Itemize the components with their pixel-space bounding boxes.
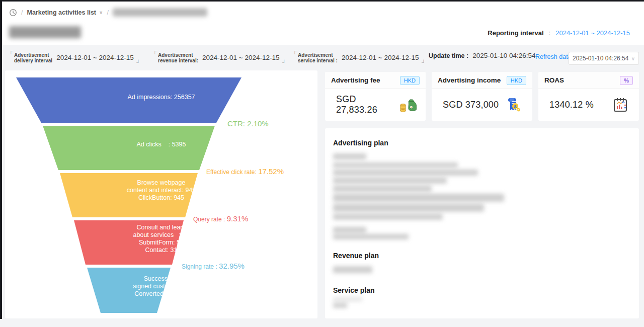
funnel-chart-card: Ad impressions: 256357 Ad clicks : 5395 … xyxy=(5,70,317,318)
redacted-text xyxy=(333,297,362,301)
redacted-text xyxy=(333,170,478,176)
advertising-plan-title: Advertising plan xyxy=(333,139,388,147)
conversion-signing-rate: Signing rate : 32.95% xyxy=(182,262,245,271)
advertising-income-value: SGD 373,000 xyxy=(443,100,499,110)
redacted-text xyxy=(333,186,432,192)
conversion-ctr: CTR: 2.10% xyxy=(227,119,269,128)
roas-value: 1340.12 % xyxy=(549,100,594,110)
redacted-text xyxy=(333,227,366,233)
chevron-down-icon[interactable]: ∨ xyxy=(99,10,103,15)
breadcrumb: / Marketing activities list ∨ / xyxy=(9,8,207,17)
funnel-stage-signed[interactable] xyxy=(87,268,171,313)
reporting-interval-value[interactable]: 2024-12-01 ~ 2024-12-15 xyxy=(555,29,630,37)
breadcrumb-separator: / xyxy=(21,9,23,16)
receipt-icon: $ xyxy=(504,95,523,114)
advertising-fee-title: Advertising fee xyxy=(331,76,380,84)
redacted-text xyxy=(333,194,504,202)
redacted-text xyxy=(333,204,484,212)
redacted-text xyxy=(333,162,458,168)
funnel-stage-ad-impressions[interactable] xyxy=(16,77,242,123)
advertisement-revenue-interval: 「 Advertisementrevenue interval: 2024-12… xyxy=(151,51,288,63)
roas-title: ROAS xyxy=(544,76,564,84)
advertising-fee-card: Advertising fee HKD SGD 27,833.26 xyxy=(325,72,426,121)
funnel-stage-ad-clicks[interactable] xyxy=(43,126,215,170)
header-band: / Marketing activities list ∨ / Reportin… xyxy=(2,2,644,45)
breadcrumb-separator: / xyxy=(107,9,108,16)
conversion-query-rate: Query rate : 9.31% xyxy=(193,214,248,223)
window-frame-left xyxy=(0,0,2,319)
funnel-stage-browse-webpage[interactable] xyxy=(60,173,198,217)
report-chart-icon xyxy=(611,95,630,114)
redacted-text xyxy=(333,214,443,220)
update-time-select-value: 2025-01-10 04:26:54 xyxy=(573,55,628,62)
revenue-plan-title: Revenue plan xyxy=(333,252,379,260)
update-time-select[interactable]: 2025-01-10 04:26:54 ∨ xyxy=(569,52,639,65)
conversion-effective-click-rate: Effective click rate: 17.52% xyxy=(206,167,284,176)
service-plan-title: Service plan xyxy=(333,286,375,294)
advertising-income-card: Advertising income HKD SGD 373,000 $ xyxy=(432,72,532,121)
reporting-interval-label: Reporting interval xyxy=(488,29,543,37)
reporting-interval: Reporting interval : 2024-12-01 ~ 2024-1… xyxy=(488,29,630,37)
clock-icon xyxy=(9,9,17,17)
page-title-redacted xyxy=(9,26,81,38)
currency-badge: HKD xyxy=(507,76,526,85)
plans-card: Advertising plan Revenue plan Service pl… xyxy=(325,128,639,318)
funnel-chart xyxy=(5,70,317,318)
currency-badge: HKD xyxy=(400,76,420,85)
advertising-income-title: Advertising income xyxy=(438,76,501,84)
roas-card: ROAS % 1340.12 % xyxy=(538,72,639,121)
redacted-text xyxy=(333,234,409,239)
advertising-fee-value: SGD 27,833.26 xyxy=(336,94,397,115)
breadcrumb-item-marketing-activities[interactable]: Marketing activities list xyxy=(27,9,96,16)
svg-text:$: $ xyxy=(514,104,516,109)
window-frame-top xyxy=(0,0,644,2)
refresh-data-link[interactable]: Refresh data xyxy=(535,53,572,60)
advertisement-delivery-interval: 「 Advertisementdelivery interval 2024-12… xyxy=(7,51,142,63)
money-bag-icon xyxy=(397,95,417,114)
update-time: Update time : 2025-01-10 04:26:54 xyxy=(429,51,536,59)
chevron-down-icon: ∨ xyxy=(631,56,635,61)
redacted-text xyxy=(333,266,372,273)
funnel-stage-consult[interactable] xyxy=(74,220,184,265)
redacted-text xyxy=(333,153,366,159)
redacted-text xyxy=(333,303,347,308)
advertisement-service-interval: 「 Advertisementservice interval : 2024-1… xyxy=(291,51,427,63)
percent-badge: % xyxy=(620,76,633,85)
breadcrumb-item-redacted[interactable] xyxy=(113,8,207,17)
redacted-text xyxy=(333,178,447,184)
